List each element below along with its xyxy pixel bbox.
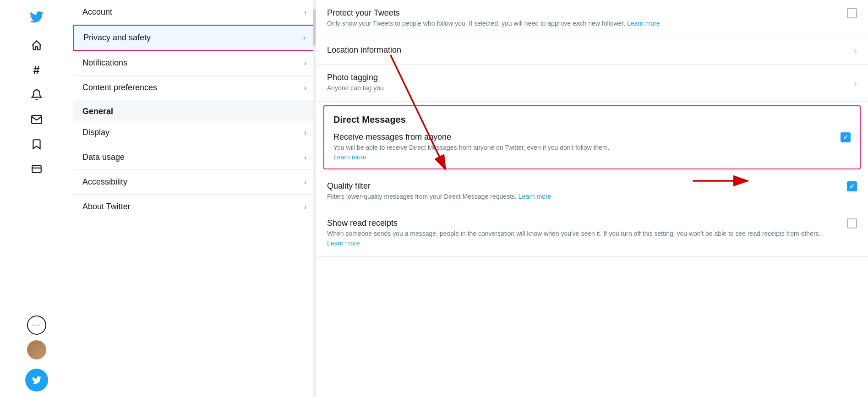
twitter-logo-icon[interactable] [25, 5, 48, 28]
receive-messages-checkbox[interactable] [841, 132, 851, 142]
scrollbar-track[interactable] [313, 0, 316, 397]
receive-messages-info: Receive messages from anyone You will be… [333, 132, 841, 162]
receive-messages-checkbox-container [841, 132, 851, 142]
home-icon[interactable] [25, 34, 48, 57]
receive-messages-desc: You will be able to receive Direct Messa… [333, 143, 831, 162]
quality-filter-desc: Filters lower-quality messages from your… [327, 192, 838, 201]
location-row[interactable]: Location information › [316, 37, 868, 65]
dm-section-title: Direct Messages [333, 114, 851, 125]
sidebar-item-account[interactable]: Account › [73, 0, 316, 25]
compose-button[interactable] [25, 369, 48, 392]
sidebar-item-data[interactable]: Data usage › [73, 145, 316, 170]
receive-messages-title: Receive messages from anyone [333, 132, 831, 142]
protect-tweets-desc: Only show your Tweets to people who foll… [327, 19, 838, 28]
chevron-icon: › [304, 178, 306, 186]
quality-filter-learn-more[interactable]: Learn more [519, 193, 551, 200]
location-title: Location information [327, 45, 401, 55]
lists-icon[interactable] [25, 158, 48, 180]
photo-tagging-desc: Anyone can tag you [327, 83, 384, 93]
more-icon[interactable]: ··· [27, 315, 46, 335]
chevron-icon: › [854, 78, 857, 88]
protect-tweets-title: Protect your Tweets [327, 8, 838, 18]
sidebar-item-privacy[interactable]: Privacy and safety › [73, 25, 316, 51]
protect-tweets-checkbox-container [847, 8, 857, 18]
read-receipts-learn-more[interactable]: Learn more [327, 239, 360, 247]
main-content: Protect your Tweets Only show your Tweet… [316, 0, 868, 397]
read-receipts-title: Show read receipts [327, 218, 838, 228]
read-receipts-checkbox-container [847, 218, 857, 228]
receive-messages-learn-more[interactable]: Learn more [333, 153, 366, 161]
direct-messages-section: Direct Messages Receive messages from an… [323, 105, 861, 169]
quality-filter-row: Quality filter Filters lower-quality mes… [316, 173, 868, 210]
left-navigation: # ··· [0, 0, 73, 397]
protect-tweets-row: Protect your Tweets Only show your Tweet… [316, 0, 868, 37]
chevron-icon: › [304, 84, 306, 92]
receive-messages-row: Receive messages from anyone You will be… [324, 127, 860, 169]
quality-filter-checkbox[interactable] [847, 181, 857, 191]
photo-tagging-title: Photo tagging [327, 73, 384, 82]
read-receipts-info: Show read receipts When someone sends yo… [327, 218, 847, 248]
read-receipts-checkbox[interactable] [847, 218, 857, 228]
settings-sidebar: Account › Privacy and safety › Notificat… [73, 0, 316, 397]
messages-icon[interactable] [25, 108, 48, 131]
sidebar-item-accessibility[interactable]: Accessibility › [73, 170, 316, 195]
chevron-icon: › [304, 153, 306, 162]
bookmarks-icon[interactable] [25, 133, 48, 156]
sidebar-item-about[interactable]: About Twitter › [73, 195, 316, 219]
sidebar-item-notifications[interactable]: Notifications › [73, 51, 316, 76]
protect-tweets-checkbox[interactable] [847, 8, 857, 18]
svg-rect-0 [32, 165, 41, 172]
sidebar-item-content[interactable]: Content preferences › [73, 76, 316, 100]
chevron-icon: › [304, 8, 306, 16]
chevron-icon: › [303, 34, 306, 42]
photo-tagging-info: Photo tagging Anyone can tag you [327, 73, 384, 93]
chevron-icon: › [304, 129, 306, 137]
protect-tweets-learn-more[interactable]: Learn more [627, 20, 660, 27]
read-receipts-row: Show read receipts When someone sends yo… [316, 210, 868, 257]
general-section-header: General [73, 100, 316, 120]
explore-icon[interactable]: # [25, 59, 48, 82]
quality-filter-checkbox-container [847, 181, 857, 191]
protect-tweets-info: Protect your Tweets Only show your Tweet… [327, 8, 847, 28]
dm-title-row: Direct Messages [324, 106, 860, 127]
photo-tagging-row[interactable]: Photo tagging Anyone can tag you › [316, 65, 868, 102]
notifications-icon[interactable] [25, 83, 48, 106]
chevron-icon: › [304, 59, 306, 67]
quality-filter-info: Quality filter Filters lower-quality mes… [327, 181, 847, 201]
chevron-icon: › [854, 45, 857, 56]
chevron-icon: › [304, 203, 306, 211]
quality-filter-title: Quality filter [327, 181, 838, 191]
scrollbar-thumb[interactable] [313, 9, 316, 46]
avatar[interactable] [27, 340, 46, 359]
read-receipts-desc: When someone sends you a message, people… [327, 229, 838, 248]
sidebar-item-display[interactable]: Display › [73, 120, 316, 145]
